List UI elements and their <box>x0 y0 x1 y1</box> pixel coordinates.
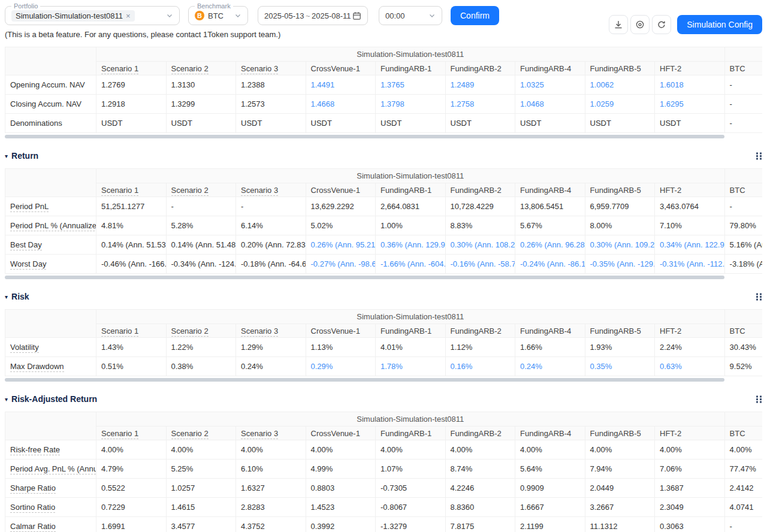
metric-cell: 6.14% <box>236 216 306 235</box>
date-start[interactable]: 2025-05-13 <box>264 11 304 20</box>
metric-link-cell[interactable]: 0.35% <box>585 357 655 376</box>
metric-cell: 1.43% <box>96 338 167 357</box>
metric-cell: 0.8803 <box>306 479 376 498</box>
metric-cell: USDT <box>655 114 725 133</box>
metric-cell: - <box>724 114 762 133</box>
date-range-picker[interactable]: 2025-05-13 ~ 2025-08-11 <box>258 6 368 25</box>
metric-cell: -0.46% (Ann. -166.... <box>96 255 167 274</box>
download-button[interactable] <box>609 15 628 34</box>
metric-link-cell[interactable]: 0.34% (Ann. 122.9... <box>655 235 725 255</box>
metric-link-cell[interactable]: 0.24% <box>515 357 585 376</box>
metric-cell: 1.6667 <box>515 498 585 517</box>
column-header: FundingARB-4 <box>515 324 585 338</box>
scrollbar-thumb[interactable] <box>5 135 724 138</box>
metric-link-cell[interactable]: 0.30% (Ann. 109.2... <box>585 235 655 255</box>
metric-link-cell[interactable]: -0.31% (Ann. -112.... <box>655 255 725 274</box>
metric-link-cell[interactable]: -0.16% (Ann. -58.7... <box>445 255 515 274</box>
metric-cell: USDT <box>166 114 236 133</box>
metric-cell: 51,251.1277 <box>96 197 167 216</box>
benchmark-select[interactable]: Benchmark B BTC <box>188 6 248 25</box>
portfolio-tag: Simulation-Simulation-test0811 × <box>11 10 135 22</box>
metric-link-cell[interactable]: 0.30% (Ann. 108.2... <box>445 235 515 255</box>
metric-cell: 0.14% (Ann. 51.48... <box>166 235 236 255</box>
column-header: FundingARB-1 <box>376 324 446 338</box>
metric-cell: 0.14% (Ann. 51.53... <box>96 235 167 255</box>
time-value: 00:00 <box>385 11 405 20</box>
metric-cell: 4.3752 <box>236 517 306 532</box>
drag-handle-icon[interactable] <box>756 152 762 161</box>
chevron-down-icon[interactable] <box>234 12 241 19</box>
metric-cell: 1.6991 <box>96 517 167 532</box>
table-viewport: Simulation-Simulation-test0811Scenario 1… <box>5 412 762 532</box>
metric-link-cell[interactable]: 1.6295 <box>655 95 725 114</box>
metric-link-cell[interactable]: -0.24% (Ann. -86.1... <box>515 255 585 274</box>
chevron-down-icon[interactable] <box>166 12 173 19</box>
row-label: Worst Day <box>5 255 96 274</box>
metric-cell: - <box>724 517 762 532</box>
scrollbar-thumb[interactable] <box>5 378 724 382</box>
metric-link-cell[interactable]: 1.78% <box>376 357 446 376</box>
metric-link-cell[interactable]: 0.26% (Ann. 95.21... <box>306 235 376 255</box>
row-label: Risk-free Rate <box>5 440 96 460</box>
drag-handle-icon[interactable] <box>756 395 762 404</box>
metric-cell: 4.00% <box>236 440 306 460</box>
simulation-config-button[interactable]: Simulation Config <box>677 15 762 34</box>
caret-down-icon[interactable]: ▾ <box>5 396 8 403</box>
drag-handle-icon[interactable] <box>756 292 762 301</box>
metric-link-cell[interactable]: 0.26% (Ann. 96.28... <box>515 235 585 255</box>
column-header: Scenario 3 <box>236 427 306 440</box>
metric-link-cell[interactable]: 1.0062 <box>585 75 655 95</box>
metric-cell: 5.16% (Ann <box>724 235 762 255</box>
metric-link-cell[interactable]: 1.0259 <box>585 95 655 114</box>
settings-button[interactable] <box>630 15 650 34</box>
metric-link-cell[interactable]: 1.6018 <box>655 75 725 95</box>
table-row: Risk-free Rate4.00%4.00%4.00%4.00%4.00%4… <box>5 440 763 460</box>
metric-link-cell[interactable]: 1.0468 <box>515 95 585 114</box>
metric-cell: -1.3279 <box>376 517 446 532</box>
metric-link-cell[interactable]: 1.0325 <box>515 75 585 95</box>
metric-cell: 5.64% <box>515 460 585 479</box>
metric-link-cell[interactable]: -0.35% (Ann. -129.... <box>585 255 655 274</box>
metric-link-cell[interactable]: 1.4668 <box>306 95 376 114</box>
horizontal-scrollbar[interactable] <box>5 378 762 382</box>
metric-link-cell[interactable]: 0.29% <box>306 357 376 376</box>
metric-link-cell[interactable]: -1.66% (Ann. -604.... <box>376 255 446 274</box>
metric-link-cell[interactable]: -0.27% (Ann. -98.6... <box>306 255 376 274</box>
metric-cell: 11.1312 <box>585 517 655 532</box>
horizontal-scrollbar[interactable] <box>5 135 762 138</box>
metric-link-cell[interactable]: 1.2489 <box>445 75 515 95</box>
caret-down-icon[interactable]: ▾ <box>5 294 8 300</box>
metric-link-cell[interactable]: 1.4491 <box>306 75 376 95</box>
caret-down-icon[interactable]: ▾ <box>5 153 8 159</box>
calendar-icon[interactable] <box>352 11 361 20</box>
time-select[interactable]: 00:00 <box>379 6 442 25</box>
column-header: FundingARB-5 <box>585 427 655 440</box>
metric-cell: 1.3130 <box>166 75 236 95</box>
row-label: Sharpe Ratio <box>5 479 96 498</box>
horizontal-scrollbar[interactable] <box>5 276 762 279</box>
refresh-button[interactable] <box>652 15 671 34</box>
metric-link-cell[interactable]: 0.36% (Ann. 129.9... <box>376 235 446 255</box>
metric-cell: 4.00% <box>445 440 515 460</box>
metric-cell: 3,463.0764 <box>655 197 725 216</box>
metric-link-cell[interactable]: 1.3798 <box>376 95 446 114</box>
metric-cell: 2.0449 <box>585 479 655 498</box>
table-row: Closing Accum. NAV1.29181.32991.25731.46… <box>5 95 763 114</box>
portfolio-select[interactable]: Portfolio Simulation-Simulation-test0811… <box>5 6 180 25</box>
download-icon <box>614 20 623 29</box>
close-icon[interactable]: × <box>126 12 131 20</box>
metric-cell: 5.02% <box>306 216 376 235</box>
section-title: Risk-Adjusted Return <box>11 394 97 404</box>
metric-link-cell[interactable]: 0.63% <box>655 357 725 376</box>
confirm-button[interactable]: Confirm <box>451 6 499 25</box>
metric-link-cell[interactable]: 1.2758 <box>445 95 515 114</box>
chevron-down-icon[interactable] <box>428 12 436 19</box>
metric-cell: 2,664.0831 <box>376 197 446 216</box>
date-end[interactable]: 2025-08-11 <box>312 11 351 20</box>
scrollbar-thumb[interactable] <box>5 276 724 279</box>
row-label: Period PnL <box>5 197 96 216</box>
metric-link-cell[interactable]: 0.16% <box>445 357 515 376</box>
metric-cell: 1.66% <box>515 338 585 357</box>
metric-link-cell[interactable]: 1.3765 <box>376 75 446 95</box>
metric-cell: -0.34% (Ann. -124.... <box>166 255 236 274</box>
